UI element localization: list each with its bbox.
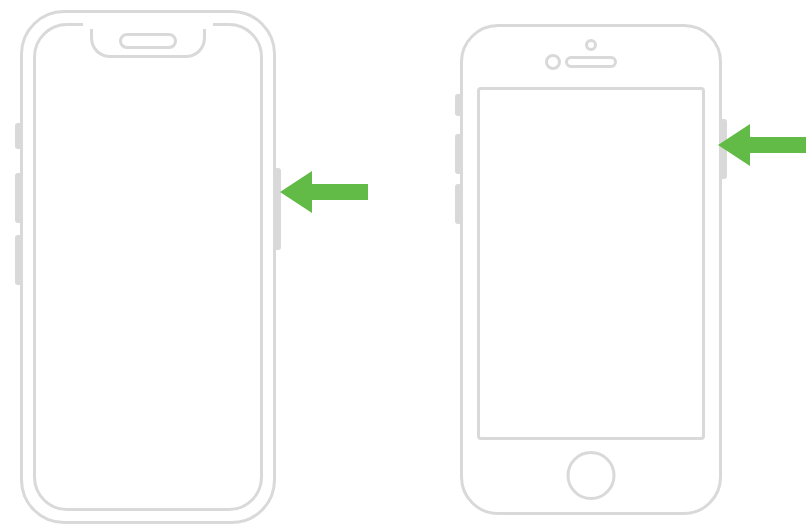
home-button [567, 451, 616, 500]
volume-up-button [15, 173, 22, 223]
svg-marker-0 [280, 171, 368, 213]
volume-down-button [15, 235, 22, 285]
proximity-sensor [585, 39, 597, 51]
screen [33, 23, 263, 511]
arrow-to-side-button-left-icon [280, 167, 370, 217]
arrow-to-side-button-right-icon [718, 120, 806, 170]
notch-mask [83, 23, 213, 29]
volume-down-button [455, 184, 462, 224]
earpiece-speaker [119, 33, 177, 49]
earpiece-speaker [565, 56, 617, 68]
front-camera [545, 54, 561, 70]
iphone-home-button-model [460, 24, 722, 515]
ring-silent-switch [15, 123, 22, 149]
iphone-face-id-model [20, 10, 276, 524]
ring-silent-switch [455, 94, 462, 116]
volume-up-button [455, 134, 462, 174]
svg-marker-1 [718, 124, 806, 166]
screen [477, 87, 705, 440]
